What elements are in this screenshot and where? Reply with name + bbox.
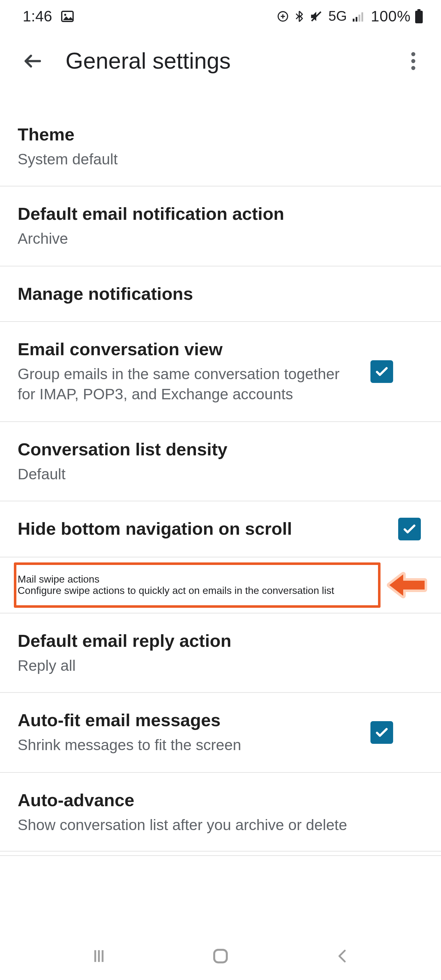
row-email-conversation-view[interactable]: Email conversation view Group emails in … [0, 322, 441, 422]
checkbox-hide-nav[interactable] [398, 518, 421, 540]
row-sub: Default [18, 464, 413, 484]
more-button[interactable] [398, 46, 428, 76]
network-label: 5G [328, 8, 347, 25]
row-title: Hide bottom navigation on scroll [18, 518, 388, 540]
home-icon [211, 947, 230, 966]
row-title: Manage notifications [18, 283, 413, 305]
nav-back-button[interactable] [317, 943, 368, 969]
signal-icon [352, 10, 366, 23]
row-sub: Shrink messages to fit the screen [18, 735, 360, 756]
row-conversation-list-density[interactable]: Conversation list density Default [0, 422, 441, 501]
row-title: Default email reply action [18, 630, 413, 652]
system-navbar [0, 936, 441, 980]
svg-rect-16 [214, 950, 227, 963]
battery-pct: 100% [371, 8, 411, 25]
svg-rect-4 [352, 19, 354, 21]
row-title: Conversation list density [18, 438, 413, 460]
row-title: Email conversation view [18, 338, 360, 360]
annotation-arrow-left-icon [384, 571, 430, 600]
arrow-back-icon [22, 50, 43, 72]
row-sub: Reply all [18, 655, 413, 676]
bluetooth-icon [293, 10, 306, 23]
status-left: 1:46 [23, 8, 75, 25]
check-icon [374, 363, 390, 379]
row-auto-advance[interactable]: Auto-advance Show conversation list afte… [0, 773, 441, 851]
list-end-divider [0, 851, 441, 856]
svg-rect-9 [417, 9, 420, 11]
row-sub: Archive [18, 229, 413, 250]
data-saver-icon [277, 10, 290, 23]
checkbox-auto-fit[interactable] [371, 721, 393, 744]
row-title: Default email notification action [18, 203, 413, 225]
svg-point-10 [411, 52, 416, 56]
svg-rect-5 [355, 17, 357, 22]
row-mail-swipe-actions[interactable]: Mail swipe actions Configure swipe actio… [0, 557, 441, 613]
battery-icon [414, 9, 423, 24]
page-title: General settings [65, 48, 398, 74]
check-icon [401, 521, 418, 537]
row-manage-notifications[interactable]: Manage notifications [0, 266, 441, 322]
row-sub: Group emails in the same conversation to… [18, 364, 360, 405]
row-theme[interactable]: Theme System default [0, 89, 441, 187]
svg-rect-6 [358, 15, 360, 22]
recent-icon [90, 947, 107, 965]
svg-point-12 [411, 66, 416, 70]
row-default-notification-action[interactable]: Default email notification action Archiv… [0, 187, 441, 266]
status-time: 1:46 [23, 8, 52, 25]
svg-rect-7 [361, 12, 363, 21]
svg-point-1 [64, 14, 66, 16]
row-sub: System default [18, 149, 413, 170]
row-title: Auto-fit email messages [18, 710, 360, 732]
row-auto-fit-messages[interactable]: Auto-fit email messages Shrink messages … [0, 693, 441, 773]
image-icon [59, 9, 75, 24]
more-vert-icon [411, 52, 416, 70]
row-title: Mail swipe actions [18, 574, 371, 585]
check-icon [374, 724, 390, 741]
nav-recent-button[interactable] [73, 943, 124, 969]
chevron-left-icon [334, 948, 350, 964]
back-button[interactable] [18, 46, 48, 76]
nav-home-button[interactable] [195, 943, 246, 969]
row-title: Theme [18, 123, 413, 145]
status-bar: 1:46 5G 100% [0, 0, 441, 33]
status-right: 5G 100% [277, 8, 423, 25]
app-bar: General settings [0, 33, 441, 89]
row-title: Auto-advance [18, 789, 413, 811]
row-default-reply-action[interactable]: Default email reply action Reply all [0, 613, 441, 693]
row-hide-bottom-navigation[interactable]: Hide bottom navigation on scroll [0, 501, 441, 557]
checkbox-conversation-view[interactable] [371, 360, 393, 383]
mute-icon [310, 10, 323, 23]
settings-list: Theme System default Default email notif… [0, 89, 441, 856]
row-sub: Configure swipe actions to quickly act o… [18, 585, 371, 597]
screen: 1:46 5G 100% [0, 0, 441, 980]
row-sub: Show conversation list after you archive… [18, 815, 413, 835]
row-mail-swipe-actions-wrap: Mail swipe actions Configure swipe actio… [0, 557, 441, 613]
svg-rect-8 [415, 11, 423, 23]
svg-point-11 [411, 59, 416, 63]
